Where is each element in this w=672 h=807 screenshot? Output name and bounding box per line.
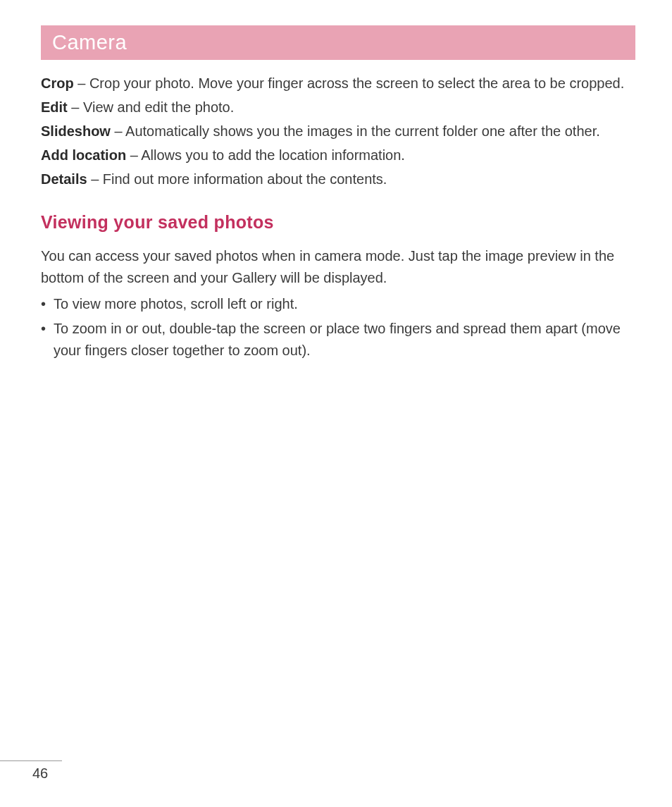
options-list: Crop – Crop your photo. Move your finger… [41,73,635,190]
page-footer: 46 [0,760,672,782]
subheading-viewing-saved-photos: Viewing your saved photos [41,212,635,233]
option-slideshow: Slideshow – Automatically shows you the … [41,121,635,142]
option-crop: Crop – Crop your photo. Move your finger… [41,73,635,94]
header-title: Camera [52,31,624,54]
option-add-location: Add location – Allows you to add the loc… [41,144,635,166]
option-desc: – Crop your photo. Move your finger acro… [74,75,625,91]
list-item: To zoom in or out, double-tap the screen… [41,318,635,362]
footer-rule [0,760,62,761]
list-item: To view more photos, scroll left or righ… [41,293,635,315]
option-term: Slideshow [41,123,111,139]
option-desc: – Allows you to add the location informa… [126,147,405,163]
option-term: Add location [41,147,126,163]
page-content: Camera Crop – Crop your photo. Move your… [0,0,672,393]
bullet-list: To view more photos, scroll left or righ… [41,293,635,362]
option-edit: Edit – View and edit the photo. [41,97,635,118]
option-term: Edit [41,99,68,115]
option-desc: – Automatically shows you the images in … [111,123,600,139]
section-intro: You can access your saved photos when in… [41,245,635,289]
option-term: Crop [41,75,74,91]
header-bar: Camera [41,25,635,60]
option-term: Details [41,171,87,187]
option-desc: – Find out more information about the co… [87,171,387,187]
option-details: Details – Find out more information abou… [41,168,635,190]
option-desc: – View and edit the photo. [68,99,234,115]
page-number: 46 [32,765,672,782]
